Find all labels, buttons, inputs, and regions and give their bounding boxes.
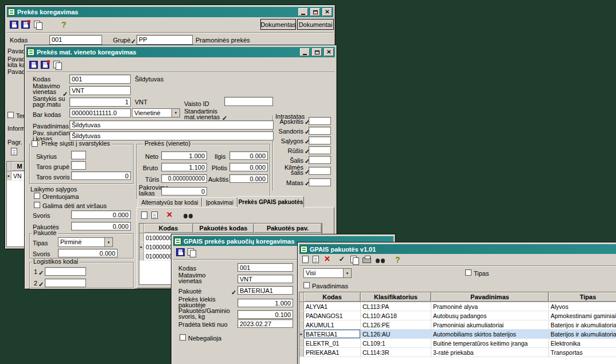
- pavadinimas-checkbox[interactable]: [303, 282, 310, 288]
- header-pavadinimas[interactable]: Pavadinimas: [431, 292, 549, 302]
- titlebar-mat-vieneto[interactable]: Prekės mat. vieneto koregavimas ✕: [26, 47, 335, 57]
- close-button[interactable]: ✕: [322, 8, 332, 16]
- cell-tipas[interactable]: Baterijos ir akumuliatoriai: [549, 330, 616, 338]
- term-checkbox[interactable]: [7, 112, 14, 118]
- view-row-icon[interactable]: [151, 212, 158, 219]
- orentuojama-checkbox[interactable]: [34, 193, 40, 199]
- neto-field[interactable]: 1.000: [161, 151, 207, 160]
- copy-icon[interactable]: [53, 61, 62, 69]
- skyrius-field[interactable]: [71, 151, 86, 159]
- dokumentai-button[interactable]: Dokumentai: [297, 19, 334, 30]
- save-icon[interactable]: [10, 21, 18, 29]
- find-icon[interactable]: [376, 257, 385, 263]
- turis-field[interactable]: 0.0000000000: [161, 174, 207, 183]
- cell-kodas[interactable]: ALYVA1: [304, 302, 361, 311]
- pakuote-svoris-field[interactable]: 0.000: [58, 249, 118, 257]
- copy-icon[interactable]: [188, 248, 196, 257]
- grupe-lookup-check-icon[interactable]: ✓: [131, 38, 136, 44]
- vaisto-id-field[interactable]: [224, 97, 273, 106]
- plotis-field[interactable]: 0.000: [229, 163, 268, 171]
- copy-icon[interactable]: [350, 256, 359, 264]
- cell-klasifikatorius[interactable]: CL114:3R: [361, 348, 431, 357]
- document-icon[interactable]: [11, 148, 17, 155]
- help-icon[interactable]: ?: [395, 256, 400, 264]
- kodas-field[interactable]: 001: [237, 263, 293, 272]
- kodas-field[interactable]: 001: [69, 75, 131, 84]
- logistikos-2-check-icon[interactable]: ✓: [38, 281, 44, 287]
- bar-kodas-field[interactable]: 000000111111.0: [69, 108, 131, 118]
- new-row-icon[interactable]: [141, 212, 147, 219]
- pakuote-lookup-check-icon[interactable]: ✓: [231, 289, 236, 295]
- copy-icon[interactable]: [34, 21, 42, 29]
- kodas-field[interactable]: 001: [49, 35, 102, 45]
- new-icon[interactable]: [302, 256, 309, 263]
- matavimo-field[interactable]: VNT: [69, 86, 131, 95]
- save-icon[interactable]: [176, 248, 185, 256]
- filter-dropdown[interactable]: Visi ▼: [303, 268, 352, 278]
- header-tipas[interactable]: Tipas: [549, 292, 616, 302]
- cell-kodas-focused[interactable]: BATERIJA1: [304, 330, 361, 338]
- matavimo-field[interactable]: VNT: [237, 275, 293, 283]
- cell-klasifikatorius[interactable]: CL109:1: [361, 339, 431, 347]
- maximize-button[interactable]: [310, 8, 320, 16]
- print-icon[interactable]: [362, 257, 371, 263]
- chevron-down-icon[interactable]: ▼: [343, 269, 351, 277]
- svarstykles-checkbox[interactable]: [32, 140, 38, 147]
- cell-kodas[interactable]: PRIEKABA1: [304, 348, 361, 357]
- rusis-field[interactable]: [309, 146, 331, 154]
- pakuotes-field[interactable]: 0.000: [71, 222, 131, 230]
- titlebar-prekes-koregavimas[interactable]: Prekės koregavimas ✕: [7, 7, 333, 17]
- kilmes-salis-field[interactable]: [309, 167, 331, 175]
- sandoris-field[interactable]: [309, 127, 331, 135]
- apskritis-field[interactable]: [309, 117, 331, 125]
- svoris-field[interactable]: 0.100: [237, 310, 293, 319]
- table-row-selected[interactable]: ► BATERIJA1 CL126:AU Automobiliams skirt…: [299, 330, 616, 339]
- select-icon[interactable]: ✓: [339, 256, 345, 263]
- bar-kodas-type-dropdown[interactable]: Vienetinė ▼: [132, 108, 180, 118]
- table-row[interactable]: ELEKTR_01 CL109:1 Buitinė temperatūros k…: [299, 339, 616, 348]
- salis-field[interactable]: [309, 156, 331, 164]
- logistikos-2-field[interactable]: [45, 279, 86, 287]
- view-icon[interactable]: [313, 256, 319, 263]
- cell-pavadinimas[interactable]: Pramoninė alyva: [431, 302, 549, 311]
- cell-pavadinimas[interactable]: Pramoniniai akumuliatoriai: [431, 320, 549, 329]
- titlebar-gpais-pakuotes[interactable]: GPAIS pakuotės v1.01: [299, 244, 616, 254]
- cell-klasifikatorius[interactable]: CL126:AU: [361, 330, 431, 338]
- maximize-button[interactable]: [312, 48, 322, 56]
- matas-field[interactable]: [309, 178, 331, 186]
- chevron-down-icon[interactable]: ▼: [104, 238, 112, 246]
- minimize-button[interactable]: [300, 48, 310, 56]
- galima-deti-checkbox[interactable]: [34, 202, 40, 208]
- help-icon[interactable]: ?: [61, 21, 67, 29]
- pav-siunciant-field[interactable]: Šildytuvas: [69, 131, 274, 140]
- cell-kodas[interactable]: ELEKTR_01: [304, 339, 361, 347]
- table-row[interactable]: PRIEKABA1 CL114:3R 3-ratė priekaba Trans…: [299, 348, 616, 357]
- header-kodas[interactable]: Kodas: [144, 224, 193, 233]
- aukstis-field[interactable]: 0.000: [229, 174, 268, 183]
- cell-tipas[interactable]: Transportas: [549, 348, 616, 357]
- logistikos-1-check-icon[interactable]: ✓: [38, 270, 44, 276]
- pakuote-field[interactable]: BATERIJA1: [237, 286, 293, 295]
- ilgis-field[interactable]: 0.000: [229, 151, 268, 160]
- find-icon[interactable]: [184, 212, 193, 218]
- cell-pavadinimas[interactable]: Automobiliams skirtos baterijos: [431, 330, 549, 338]
- cell-pavadinimas[interactable]: 3-ratė priekaba: [431, 348, 549, 357]
- cell-kodas[interactable]: PADANGOS1: [304, 311, 361, 320]
- cell-tipas[interactable]: Baterijos ir akumuliatoriai: [549, 320, 616, 329]
- close-button[interactable]: ✕: [324, 48, 334, 56]
- cell-tipas[interactable]: Elektronika: [549, 339, 616, 347]
- bruto-field[interactable]: 1.100: [161, 163, 207, 171]
- salygos-field[interactable]: [309, 136, 331, 144]
- header-pakuotes-pav[interactable]: Pakuotės pav.: [254, 224, 322, 233]
- minimize-button[interactable]: [298, 8, 308, 16]
- tab-ipokavimai[interactable]: Įpokavimai: [202, 197, 237, 208]
- cell-klasifikatorius[interactable]: CL113:PA: [361, 302, 431, 311]
- logistikos-1-field[interactable]: [45, 267, 86, 276]
- cell-tipas[interactable]: Alyvos: [549, 302, 616, 311]
- cell-pavadinimas[interactable]: Buitinė temperatūros keitimo įranga: [431, 339, 549, 347]
- cell-kodas[interactable]: AKUMUL1: [304, 320, 361, 329]
- delete-icon[interactable]: ✕: [324, 255, 330, 263]
- nebegalioja-checkbox[interactable]: [180, 334, 186, 340]
- kiekis-field[interactable]: 1.000: [237, 299, 293, 307]
- cell-klasifikatorius[interactable]: CL126:PE: [361, 320, 431, 329]
